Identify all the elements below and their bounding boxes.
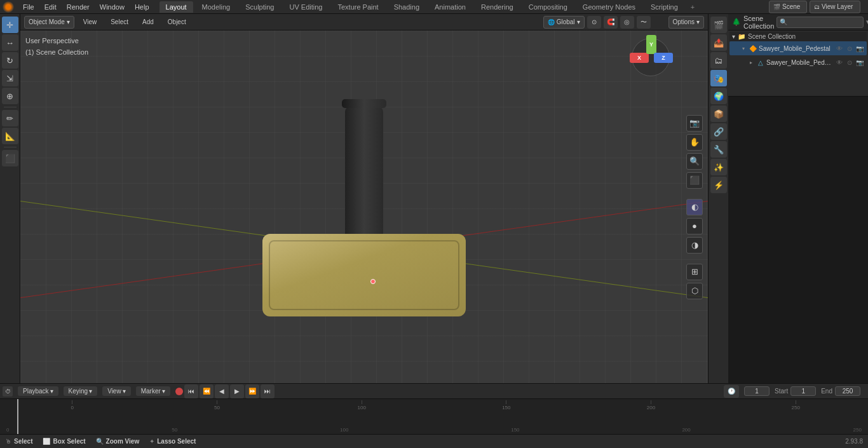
viewport-zoom-button[interactable]: 🔍 [686,153,703,170]
falloff-button[interactable]: 〜 [637,16,651,29]
gizmo-x-axis: X [630,53,649,63]
overlays-button[interactable]: ⊞ [686,264,703,280]
tab-uv-editing[interactable]: UV Editing [283,1,329,13]
tab-modeling[interactable]: Modeling [196,1,237,13]
world-props-icon[interactable]: 🌍 [710,88,727,104]
start-frame-input[interactable] [790,386,816,396]
constraint-props-icon[interactable]: 🔗 [710,123,727,140]
rotate-tool-button[interactable]: ↻ [2,52,18,69]
navigation-gizmo[interactable]: X Y Z [632,38,676,83]
object-props-icon[interactable]: 📦 [710,105,727,122]
viewport-local-view-button[interactable]: ⬛ [686,172,703,189]
viewport-menu-view[interactable]: View [78,17,102,27]
tab-animation[interactable]: Animation [428,1,472,13]
item-1-select-icon[interactable]: ⊙ [845,58,854,67]
cursor-tool-button[interactable]: ✛ [2,17,18,33]
physics-props-icon[interactable]: ⚡ [710,177,727,193]
current-frame-input[interactable] [744,386,770,396]
step-forward-button[interactable]: ⏩ [245,384,259,398]
item-1-render-icon[interactable]: 📷 [855,58,864,67]
viewport-menu-object[interactable]: Object [163,17,191,27]
render-props-icon[interactable]: 🎬 [710,17,727,33]
add-workspace-button[interactable]: + [687,1,698,13]
menu-render[interactable]: Render [62,2,95,12]
marker-dropdown[interactable]: Marker ▾ [136,386,170,396]
tab-scripting[interactable]: Scripting [644,1,684,13]
menu-file[interactable]: File [18,2,39,12]
outliner-collection-header[interactable]: ▾ 📁 Scene Collection [729,32,867,41]
outliner-item-1[interactable]: ▸ △ Sawyer_Mobile_Pedestal 👁 ⊙ 📷 [729,55,867,69]
tab-shading[interactable]: Shading [388,1,426,13]
options-dropdown[interactable]: Options ▾ [668,16,704,29]
viewport-menu-select[interactable]: Select [105,17,133,27]
gizmo-circle: X Y Z [632,38,670,76]
end-frame-input[interactable] [835,386,860,396]
viewport-canvas[interactable]: User Perspective (1) Scene Collection X … [20,31,708,383]
select-icon: 🖱 [5,438,11,445]
view-layer-selector[interactable]: 🗂 View Layer [810,1,860,13]
transform-tool-button[interactable]: ⊕ [2,88,18,104]
tab-rendering[interactable]: Rendering [475,1,520,13]
viewport-menu-add[interactable]: Add [137,17,159,27]
step-back-button[interactable]: ⏪ [200,384,214,398]
add-cube-button[interactable]: ⬛ [2,150,18,166]
object-mode-dropdown[interactable]: Object Mode ▾ [24,16,74,29]
scene-selector[interactable]: 🎬 Scene [769,1,807,13]
transform-space-dropdown[interactable]: 🌐 Global ▾ [543,16,585,29]
blender-logo-icon[interactable] [3,1,14,13]
status-bar: 🖱 Select ⬜ Box Select 🔍 Zoom View ✦ Lass… [0,434,868,448]
tab-compositing[interactable]: Compositing [522,1,574,13]
outliner-search-input[interactable] [776,17,864,28]
particles-props-icon[interactable]: ✨ [710,159,727,175]
scene-props-icon[interactable]: 🎭 [710,70,727,86]
pivot-point-button[interactable]: ⊙ [587,16,601,29]
pedestal-pole [345,107,383,234]
measure-tool-button[interactable]: 📐 [2,128,18,144]
viewport-shading-material-button[interactable]: ◐ [686,199,703,215]
xray-button[interactable]: ⬡ [686,283,703,299]
menu-edit[interactable]: Edit [39,2,62,12]
move-tool-button[interactable]: ↔ [2,34,18,51]
viewport-hand-button[interactable]: ✋ [686,134,703,151]
viewport-shading-solid-button[interactable]: ● [686,218,703,234]
play-button[interactable]: ▶ [230,384,244,398]
playback-label: Playback [23,388,49,395]
snapping-button[interactable]: 🧲 [604,16,618,29]
timeline-ruler[interactable]: 0 50 100 150 200 250 050100150200250 [0,399,868,434]
scale-tool-button[interactable]: ⇲ [2,70,18,86]
playback-controls: ⏮ ⏪ ◀ ▶ ⏩ ⏭ [175,384,275,398]
sync-mode-button[interactable]: 🕐 [724,385,739,398]
menu-help[interactable]: Help [130,2,154,12]
top-menu-bar: File Edit Render Window Help Layout Mode… [0,0,868,14]
play-reverse-button[interactable]: ◀ [215,384,229,398]
timeline-type-icon[interactable]: ⏱ [3,386,13,397]
outliner-item-0[interactable]: ▾ 🔶 Sawyer_Mobile_Pedestal 👁 ⊙ 📷 [729,41,867,55]
menu-window[interactable]: Window [95,2,130,12]
view-layer-props-icon[interactable]: 🗂 [710,52,727,69]
record-button[interactable] [175,388,183,395]
viewport-shading-render-button[interactable]: ◑ [686,237,703,254]
jump-start-button[interactable]: ⏮ [184,384,198,398]
viewport-camera-button[interactable]: 📷 [686,115,703,132]
keying-dropdown[interactable]: Keying ▾ [64,386,98,396]
annotate-tool-button[interactable]: ✏ [2,110,18,126]
box-select-label: Box Select [53,438,85,445]
item-0-render-icon[interactable]: 📷 [855,44,864,53]
proportional-edit-button[interactable]: ◎ [620,16,634,29]
outliner-tree: ▾ 📁 Scene Collection ▾ 🔶 Sawyer_Mobile_P… [728,31,868,96]
collection-expand-icon: ▾ [732,33,735,40]
tab-geometry-nodes[interactable]: Geometry Nodes [576,1,642,13]
playback-dropdown[interactable]: Playback ▾ [18,386,58,396]
timeline-view-dropdown[interactable]: View ▾ [102,386,131,396]
item-1-name: Sawyer_Mobile_Pedestal [766,59,834,66]
item-0-select-icon[interactable]: ⊙ [845,44,854,53]
tab-layout[interactable]: Layout [159,1,193,13]
item-1-visibility-icon[interactable]: 👁 [835,58,844,67]
item-0-visibility-icon[interactable]: 👁 [835,44,844,53]
lasso-select-status: ✦ Lasso Select [149,438,196,445]
jump-end-button[interactable]: ⏭ [261,384,275,398]
tab-texture-paint[interactable]: Texture Paint [331,1,384,13]
modifier-props-icon[interactable]: 🔧 [710,141,727,158]
output-props-icon[interactable]: 📤 [710,34,727,51]
tab-sculpting[interactable]: Sculpting [239,1,280,13]
